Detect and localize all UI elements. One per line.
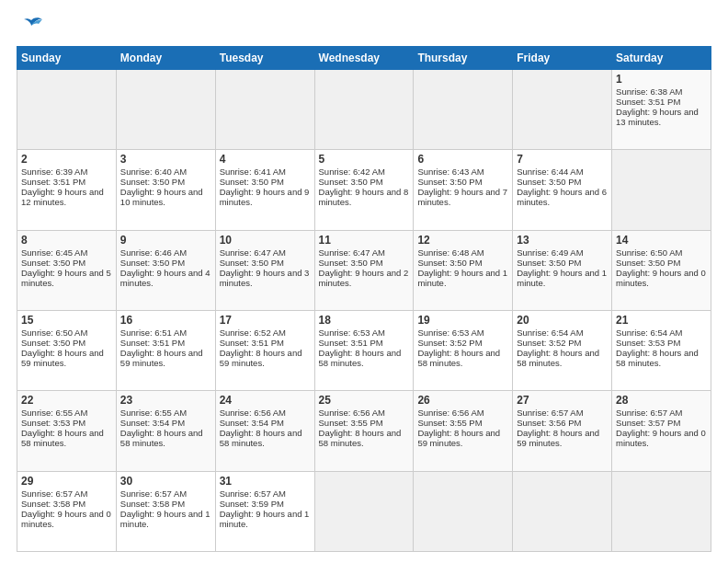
calendar-page: SundayMondayTuesdayWednesdayThursdayFrid… bbox=[0, 0, 728, 563]
sunrise-text: Sunrise: 6:42 AM bbox=[319, 167, 385, 177]
day-number: 12 bbox=[417, 234, 508, 247]
sunset-text: Sunset: 3:52 PM bbox=[417, 338, 482, 348]
sunrise-text: Sunrise: 6:53 AM bbox=[417, 327, 483, 338]
sunrise-text: Sunrise: 6:45 AM bbox=[21, 247, 87, 258]
daylight-text: Daylight: 8 hours and 59 minutes. bbox=[220, 348, 302, 368]
sunrise-text: Sunrise: 6:53 AM bbox=[319, 327, 385, 338]
sunrise-text: Sunrise: 6:57 AM bbox=[21, 488, 87, 499]
logo bbox=[17, 17, 44, 37]
day-number: 14 bbox=[616, 234, 707, 247]
daylight-text: Daylight: 9 hours and 1 minute. bbox=[417, 268, 507, 288]
sunset-text: Sunset: 3:58 PM bbox=[21, 499, 85, 509]
sunset-text: Sunset: 3:50 PM bbox=[220, 258, 284, 268]
daylight-text: Daylight: 9 hours and 4 minutes. bbox=[120, 268, 210, 288]
calendar-day-cell bbox=[215, 70, 314, 150]
sunrise-text: Sunrise: 6:40 AM bbox=[120, 167, 187, 177]
calendar-day-cell: 17 Sunrise: 6:52 AM Sunset: 3:51 PM Dayl… bbox=[215, 310, 314, 390]
sunrise-text: Sunrise: 6:50 AM bbox=[21, 327, 87, 338]
sunrise-text: Sunrise: 6:49 AM bbox=[517, 247, 583, 258]
daylight-text: Daylight: 9 hours and 1 minute. bbox=[120, 509, 210, 529]
sunset-text: Sunset: 3:57 PM bbox=[616, 418, 680, 428]
day-number: 30 bbox=[120, 475, 211, 488]
weekday-header-cell: Tuesday bbox=[215, 47, 314, 70]
calendar-day-cell: 14 Sunrise: 6:50 AM Sunset: 3:50 PM Dayl… bbox=[612, 230, 711, 310]
daylight-text: Daylight: 8 hours and 58 minutes. bbox=[417, 348, 500, 368]
sunset-text: Sunset: 3:50 PM bbox=[120, 258, 185, 268]
day-number: 16 bbox=[120, 314, 211, 327]
calendar-day-cell bbox=[116, 70, 215, 150]
calendar-day-cell: 3 Sunrise: 6:40 AM Sunset: 3:50 PM Dayli… bbox=[116, 150, 215, 230]
sunrise-text: Sunrise: 6:39 AM bbox=[21, 167, 87, 177]
sunset-text: Sunset: 3:59 PM bbox=[220, 499, 284, 509]
day-number: 2 bbox=[21, 153, 112, 166]
calendar-day-cell: 26 Sunrise: 6:56 AM Sunset: 3:55 PM Dayl… bbox=[414, 391, 513, 471]
daylight-text: Daylight: 8 hours and 58 minutes. bbox=[220, 428, 302, 448]
day-number: 1 bbox=[616, 73, 707, 86]
calendar-day-cell: 12 Sunrise: 6:48 AM Sunset: 3:50 PM Dayl… bbox=[414, 230, 513, 310]
daylight-text: Daylight: 8 hours and 59 minutes. bbox=[21, 348, 104, 368]
daylight-text: Daylight: 9 hours and 2 minutes. bbox=[319, 268, 409, 288]
day-number: 7 bbox=[517, 153, 608, 166]
sunrise-text: Sunrise: 6:56 AM bbox=[417, 408, 483, 418]
sunrise-text: Sunrise: 6:52 AM bbox=[220, 327, 286, 338]
sunset-text: Sunset: 3:50 PM bbox=[319, 258, 383, 268]
day-number: 10 bbox=[220, 234, 311, 247]
calendar-day-cell: 21 Sunrise: 6:54 AM Sunset: 3:53 PM Dayl… bbox=[612, 310, 711, 390]
calendar-week-row: 8 Sunrise: 6:45 AM Sunset: 3:50 PM Dayli… bbox=[17, 230, 711, 310]
calendar-week-row: 1 Sunrise: 6:38 AM Sunset: 3:51 PM Dayli… bbox=[17, 70, 711, 150]
sunset-text: Sunset: 3:55 PM bbox=[417, 418, 482, 428]
calendar-day-cell: 13 Sunrise: 6:49 AM Sunset: 3:50 PM Dayl… bbox=[513, 230, 612, 310]
daylight-text: Daylight: 8 hours and 59 minutes. bbox=[120, 348, 203, 368]
daylight-text: Daylight: 9 hours and 13 minutes. bbox=[616, 107, 699, 127]
sunrise-text: Sunrise: 6:43 AM bbox=[417, 167, 483, 177]
sunset-text: Sunset: 3:51 PM bbox=[120, 338, 185, 348]
day-number: 23 bbox=[120, 394, 211, 407]
sunrise-text: Sunrise: 6:38 AM bbox=[616, 86, 682, 97]
sunrise-text: Sunrise: 6:41 AM bbox=[220, 167, 286, 177]
calendar-day-cell: 1 Sunrise: 6:38 AM Sunset: 3:51 PM Dayli… bbox=[612, 70, 711, 150]
day-number: 19 bbox=[417, 314, 508, 327]
day-number: 21 bbox=[616, 314, 707, 327]
calendar-day-cell: 27 Sunrise: 6:57 AM Sunset: 3:56 PM Dayl… bbox=[513, 391, 612, 471]
calendar-week-row: 22 Sunrise: 6:55 AM Sunset: 3:53 PM Dayl… bbox=[17, 391, 711, 471]
daylight-text: Daylight: 8 hours and 58 minutes. bbox=[319, 428, 402, 448]
daylight-text: Daylight: 9 hours and 0 minutes. bbox=[616, 268, 706, 288]
sunset-text: Sunset: 3:50 PM bbox=[21, 338, 85, 348]
weekday-header-cell: Wednesday bbox=[314, 47, 414, 70]
sunset-text: Sunset: 3:50 PM bbox=[120, 177, 185, 187]
daylight-text: Daylight: 8 hours and 59 minutes. bbox=[417, 428, 500, 448]
calendar-day-cell: 31 Sunrise: 6:57 AM Sunset: 3:59 PM Dayl… bbox=[215, 471, 314, 551]
calendar-day-cell: 8 Sunrise: 6:45 AM Sunset: 3:50 PM Dayli… bbox=[17, 230, 117, 310]
calendar-day-cell: 25 Sunrise: 6:56 AM Sunset: 3:55 PM Dayl… bbox=[314, 391, 414, 471]
logo-bird-icon bbox=[18, 17, 44, 37]
calendar-day-cell: 30 Sunrise: 6:57 AM Sunset: 3:58 PM Dayl… bbox=[116, 471, 215, 551]
calendar-day-cell: 6 Sunrise: 6:43 AM Sunset: 3:50 PM Dayli… bbox=[414, 150, 513, 230]
day-number: 6 bbox=[417, 153, 508, 166]
daylight-text: Daylight: 9 hours and 0 minutes. bbox=[21, 509, 111, 529]
sunset-text: Sunset: 3:50 PM bbox=[417, 177, 482, 187]
day-number: 26 bbox=[417, 394, 508, 407]
sunset-text: Sunset: 3:58 PM bbox=[120, 499, 185, 509]
sunrise-text: Sunrise: 6:54 AM bbox=[616, 327, 682, 338]
calendar-week-row: 15 Sunrise: 6:50 AM Sunset: 3:50 PM Dayl… bbox=[17, 310, 711, 390]
sunrise-text: Sunrise: 6:54 AM bbox=[517, 327, 583, 338]
day-number: 8 bbox=[21, 234, 112, 247]
sunrise-text: Sunrise: 6:46 AM bbox=[120, 247, 187, 258]
sunrise-text: Sunrise: 6:51 AM bbox=[120, 327, 187, 338]
day-number: 3 bbox=[120, 153, 211, 166]
weekday-header-cell: Friday bbox=[513, 47, 612, 70]
calendar-day-cell: 10 Sunrise: 6:47 AM Sunset: 3:50 PM Dayl… bbox=[215, 230, 314, 310]
day-number: 24 bbox=[220, 394, 311, 407]
calendar-day-cell bbox=[17, 70, 117, 150]
sunrise-text: Sunrise: 6:47 AM bbox=[220, 247, 286, 258]
calendar-day-cell: 24 Sunrise: 6:56 AM Sunset: 3:54 PM Dayl… bbox=[215, 391, 314, 471]
calendar-day-cell: 28 Sunrise: 6:57 AM Sunset: 3:57 PM Dayl… bbox=[612, 391, 711, 471]
daylight-text: Daylight: 9 hours and 0 minutes. bbox=[616, 428, 706, 448]
calendar-day-cell: 11 Sunrise: 6:47 AM Sunset: 3:50 PM Dayl… bbox=[314, 230, 414, 310]
sunset-text: Sunset: 3:51 PM bbox=[319, 338, 383, 348]
sunset-text: Sunset: 3:50 PM bbox=[319, 177, 383, 187]
calendar-day-cell: 18 Sunrise: 6:53 AM Sunset: 3:51 PM Dayl… bbox=[314, 310, 414, 390]
sunset-text: Sunset: 3:50 PM bbox=[517, 177, 581, 187]
calendar-day-cell: 29 Sunrise: 6:57 AM Sunset: 3:58 PM Dayl… bbox=[17, 471, 117, 551]
calendar-day-cell: 2 Sunrise: 6:39 AM Sunset: 3:51 PM Dayli… bbox=[17, 150, 117, 230]
